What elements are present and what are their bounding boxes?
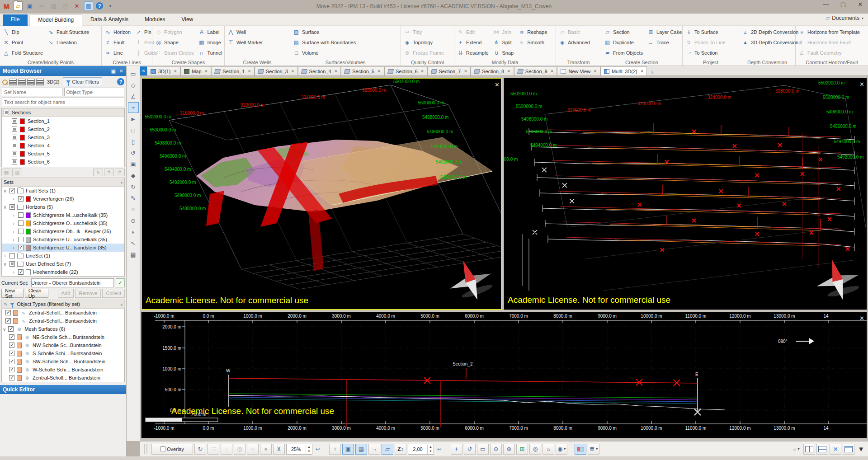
surface-with-boundaries-button[interactable]: ▧Surface with Boundaries (293, 38, 356, 47)
checkbox[interactable] (18, 245, 24, 250)
object-type-row[interactable]: ⊛NW-Scholle Sc...Buntsandstein (2, 341, 124, 349)
tab-map[interactable]: Map✕ (180, 66, 211, 75)
current-set-combo[interactable]: Unterer - Oberer Buntsandstein (31, 278, 114, 287)
close-tab-icon[interactable]: ✕ (507, 69, 510, 73)
topology-button[interactable]: ◈Topology (404, 38, 444, 47)
section-list-item[interactable]: Section_5 (2, 150, 124, 158)
color-swatch[interactable] (17, 334, 22, 340)
tab-section-9[interactable]: Section_9✕ (514, 66, 557, 75)
expand-icon[interactable]: › (3, 253, 7, 258)
checkbox[interactable] (9, 351, 14, 356)
column-tool-icon[interactable]: ▯ (128, 136, 139, 147)
clear-filters-button[interactable]: Clear Filters (63, 77, 102, 86)
split-vertical-button[interactable] (803, 444, 815, 455)
single-view-button[interactable] (843, 444, 854, 455)
reset-value-icon[interactable]: ↩ (314, 446, 322, 452)
spin-up-icon[interactable]: ▲ (428, 445, 434, 449)
close-tab-icon[interactable]: ✕ (594, 69, 597, 73)
line-button[interactable]: ≈Line (104, 48, 131, 57)
color-swatch[interactable] (17, 343, 22, 348)
right-3d-view[interactable]: 5502000.0 m 5500000.0 m 5498000.0 m 5496… (504, 78, 867, 310)
tab-section-4[interactable]: Section_4✕ (298, 66, 341, 75)
checkbox[interactable] (12, 127, 17, 132)
recenter-button[interactable]: ◎ (529, 444, 541, 455)
tab-model-building[interactable]: Model Building (29, 14, 82, 26)
close-view-icon[interactable]: ✕ (859, 81, 864, 88)
tab-section-7[interactable]: Section_7✕ (428, 66, 471, 75)
vertical-exaggeration-spinner[interactable]: 2,00 ▲▼ (408, 444, 434, 455)
object-type-row[interactable]: ⊛SW-Scholle Sch... Buntsandstein (2, 357, 124, 366)
new-tab-button[interactable]: + (647, 69, 657, 75)
zoom-out-button[interactable]: ⊖ (490, 444, 502, 455)
object-type-row[interactable]: ⊛Zentral-Scholl... Buntsandstein (2, 374, 124, 382)
tab-data-analysis[interactable]: Data & Analysis (82, 14, 137, 26)
scrolled-tab-stub[interactable]: ✕ (140, 66, 147, 75)
split-horizontal-button[interactable] (816, 444, 828, 455)
checkbox[interactable] (9, 343, 14, 348)
circle-tool-icon[interactable]: ○ (128, 204, 139, 215)
fault-button[interactable]: ≠Fault (104, 38, 131, 47)
documents-button[interactable]: ▱ Documents ▾ (826, 15, 863, 21)
dip-button[interactable]: ╲Dip (3, 27, 43, 37)
object-name-search-input[interactable] (2, 98, 124, 106)
horizon-button[interactable]: ∿Horizon (104, 27, 131, 37)
move-into-set-icon[interactable]: ↳ (93, 169, 103, 176)
spin-tool-icon[interactable]: ↻ (128, 181, 139, 192)
color-swatch[interactable] (17, 367, 22, 373)
tab-section-3[interactable]: Section_3✕ (255, 66, 298, 75)
checkbox[interactable] (18, 221, 24, 226)
close-tab-icon[interactable]: ✕ (421, 69, 424, 73)
image-button[interactable]: ▦Image (198, 38, 222, 47)
close-tab-icon[interactable]: ✕ (205, 69, 208, 73)
expand-icon[interactable]: › (11, 270, 16, 275)
tab-view[interactable]: View (173, 14, 201, 26)
checkbox[interactable] (9, 375, 14, 380)
maximize-button[interactable]: ▢ (838, 1, 848, 8)
copy-set-icon[interactable]: ▤ (1, 169, 11, 176)
color-swatch[interactable] (17, 351, 22, 357)
object-type-group-mesh-surfaces[interactable]: ∨⊛Mesh Surfaces (6) (2, 325, 124, 333)
checkbox[interactable] (9, 334, 14, 340)
frame-tool-icon[interactable]: ▣ (128, 159, 139, 169)
checkbox[interactable] (9, 253, 15, 258)
fault-structure-button[interactable]: ⇘Fault Structure (47, 27, 89, 37)
checkbox[interactable] (9, 261, 15, 267)
section-list-item[interactable]: Section_6 (2, 158, 124, 166)
color-swatch[interactable] (26, 245, 31, 251)
shape-button[interactable]: ◎Shape (155, 38, 193, 47)
toolbar-overflow-button[interactable]: ≡▾ (790, 444, 802, 455)
tree-item-horizon-selected[interactable]: ›Schichtgrenze U...tsandstein (35) (2, 244, 124, 252)
color-swatch[interactable] (20, 127, 25, 132)
from-objects-button[interactable]: ▰From Objects (604, 48, 643, 57)
object-types-header[interactable]: ↖ Object Types (filtered by set) ▴ (1, 300, 125, 309)
checkbox[interactable] (18, 269, 24, 275)
tunnel-button[interactable]: ∩Tunnel (198, 48, 222, 57)
crosshair-button[interactable]: + (329, 444, 341, 455)
collapse-icon[interactable]: ▴ (121, 302, 123, 306)
compass-tool-icon[interactable]: ◇ (128, 80, 139, 90)
close-tab-icon[interactable]: ✕ (291, 69, 294, 73)
expand-icon[interactable]: ∨ (3, 188, 7, 193)
object-type-row[interactable]: ∿Zentral-Scholl... Buntsandstein (2, 317, 124, 325)
sets-header[interactable]: Sets ▴ (2, 178, 124, 187)
tab-3d-1[interactable]: 3D(1)✕ (147, 66, 180, 75)
toolbar-grip[interactable] (144, 444, 147, 454)
split-button[interactable]: ⋔Split (493, 38, 514, 47)
to-section-button[interactable]: ⇀To Section (685, 48, 726, 57)
close-view-icon[interactable]: ✕ (859, 315, 864, 322)
tab-modules[interactable]: Modules (137, 14, 173, 26)
color-swatch[interactable] (17, 375, 22, 381)
z-scale-button[interactable]: Z↕ (395, 444, 406, 455)
surface-button[interactable]: ▨Surface (293, 27, 356, 37)
checkbox[interactable] (12, 151, 17, 156)
new-set-button[interactable]: New Set (1, 289, 24, 298)
move-up-set-icon[interactable]: ↰ (104, 169, 114, 176)
visibility-tool-icon[interactable]: ⊙ (128, 215, 139, 226)
checkbox[interactable] (5, 318, 11, 324)
layout-dropdown-icon[interactable]: ▼ (858, 445, 864, 453)
tree-item-horizon[interactable]: ›Schichtgrenze M...uschelkalk (35) (2, 211, 124, 219)
spin-down-icon[interactable]: ▼ (428, 449, 434, 454)
spin-up-icon[interactable]: ▲ (306, 445, 312, 449)
expand-icon[interactable]: ∨ (3, 205, 7, 210)
color-swatch[interactable] (20, 159, 25, 165)
